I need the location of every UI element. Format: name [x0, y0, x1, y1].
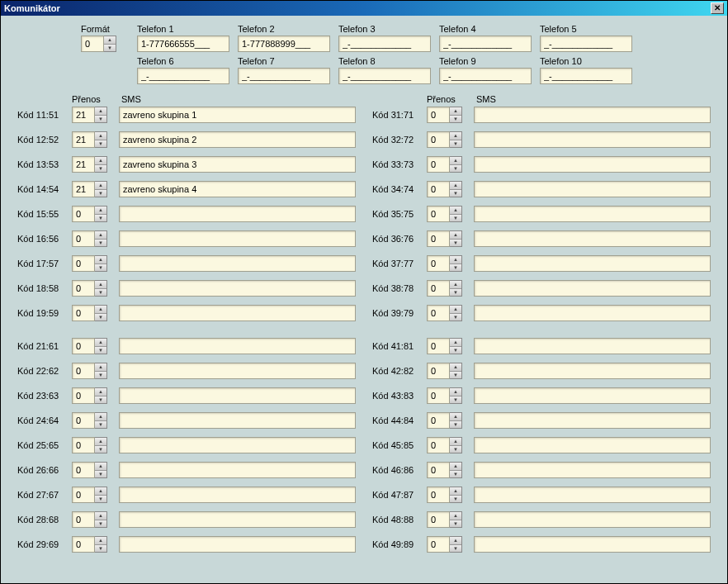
prenos-input[interactable] [72, 280, 95, 297]
spin-down-icon[interactable]: ▼ [95, 289, 106, 297]
spin-down-icon[interactable]: ▼ [95, 396, 106, 404]
spin-up-icon[interactable]: ▲ [450, 182, 461, 190]
spin-up-icon[interactable]: ▲ [450, 107, 461, 116]
sms-input[interactable] [474, 487, 711, 503]
prenos-input[interactable] [427, 206, 450, 222]
spin-up-icon[interactable]: ▲ [95, 207, 106, 215]
prenos-input[interactable] [72, 437, 95, 453]
spin-down-icon[interactable]: ▼ [95, 240, 106, 247]
telefon-input-6[interactable] [137, 68, 229, 84]
spin-up-icon[interactable]: ▲ [95, 107, 106, 116]
format-spinner[interactable]: ▲ ▼ [81, 36, 129, 52]
prenos-input[interactable] [72, 206, 95, 222]
sms-input[interactable] [119, 437, 356, 453]
prenos-spinner[interactable]: ▲▼ [72, 437, 109, 453]
sms-input[interactable] [119, 363, 356, 379]
sms-input[interactable] [119, 107, 356, 123]
spin-down-icon[interactable]: ▼ [95, 545, 106, 553]
prenos-input[interactable] [427, 437, 450, 453]
telefon-input-1[interactable] [137, 36, 229, 52]
spin-up-icon[interactable]: ▲ [95, 363, 106, 372]
spin-down-icon[interactable]: ▼ [450, 215, 461, 222]
format-input[interactable] [81, 36, 104, 52]
prenos-input[interactable] [427, 462, 450, 478]
prenos-input[interactable] [72, 255, 95, 272]
prenos-input[interactable] [72, 181, 95, 197]
spin-up-icon[interactable]: ▲ [450, 256, 461, 264]
prenos-input[interactable] [72, 387, 95, 404]
prenos-spinner[interactable]: ▲▼ [427, 230, 464, 247]
sms-input[interactable] [474, 181, 711, 197]
prenos-spinner[interactable]: ▲▼ [427, 487, 464, 503]
spin-up-icon[interactable]: ▲ [95, 157, 106, 165]
spin-down-icon[interactable]: ▼ [95, 520, 106, 528]
spin-up-icon[interactable]: ▲ [450, 363, 461, 372]
spin-down-icon[interactable]: ▼ [450, 116, 461, 123]
sms-input[interactable] [119, 131, 356, 148]
telefon-input-3[interactable] [338, 36, 431, 52]
sms-input[interactable] [119, 305, 356, 321]
sms-input[interactable] [474, 230, 711, 247]
prenos-input[interactable] [427, 305, 450, 321]
spin-down-icon[interactable]: ▼ [450, 446, 461, 453]
spin-down-icon[interactable]: ▼ [450, 165, 461, 173]
sms-input[interactable] [474, 206, 711, 222]
spin-down-icon[interactable]: ▼ [450, 314, 461, 321]
spin-up-icon[interactable]: ▲ [95, 388, 106, 396]
spin-down-icon[interactable]: ▼ [95, 372, 106, 379]
telefon-input-7[interactable] [238, 68, 330, 84]
prenos-spinner[interactable]: ▲▼ [427, 437, 464, 453]
prenos-spinner[interactable]: ▲▼ [427, 511, 464, 528]
sms-input[interactable] [119, 387, 356, 404]
spin-up-icon[interactable]: ▲ [95, 512, 106, 520]
prenos-spinner[interactable]: ▲▼ [427, 363, 464, 379]
prenos-spinner[interactable]: ▲▼ [427, 206, 464, 222]
spin-up-icon[interactable]: ▲ [95, 438, 106, 446]
prenos-input[interactable] [72, 156, 95, 173]
spin-up-icon[interactable]: ▲ [95, 463, 106, 471]
sms-input[interactable] [119, 412, 356, 429]
prenos-input[interactable] [427, 230, 450, 247]
spin-down-icon[interactable]: ▼ [450, 190, 461, 197]
spin-up-icon[interactable]: ▲ [95, 132, 106, 140]
telefon-input-2[interactable] [238, 36, 330, 52]
prenos-spinner[interactable]: ▲▼ [72, 181, 109, 197]
spin-down-icon[interactable]: ▼ [95, 264, 106, 272]
prenos-input[interactable] [72, 338, 95, 354]
spin-up-icon[interactable]: ▲ [450, 157, 461, 165]
telefon-input-8[interactable] [338, 68, 431, 84]
spin-up-icon[interactable]: ▲ [450, 512, 461, 520]
prenos-spinner[interactable]: ▲▼ [427, 338, 464, 354]
spin-up-icon[interactable]: ▲ [450, 463, 461, 471]
spin-up-icon[interactable]: ▲ [450, 281, 461, 289]
prenos-spinner[interactable]: ▲▼ [72, 230, 109, 247]
prenos-input[interactable] [427, 181, 450, 197]
telefon-input-9[interactable] [439, 68, 532, 84]
spin-up-icon[interactable]: ▲ [95, 182, 106, 190]
prenos-input[interactable] [427, 107, 450, 123]
spin-up-icon[interactable]: ▲ [450, 231, 461, 240]
prenos-input[interactable] [427, 511, 450, 528]
sms-input[interactable] [474, 462, 711, 478]
spin-up-icon[interactable]: ▲ [95, 487, 106, 496]
sms-input[interactable] [474, 305, 711, 321]
prenos-spinner[interactable]: ▲▼ [72, 387, 109, 404]
spin-up-icon[interactable]: ▲ [95, 281, 106, 289]
spin-up-icon[interactable]: ▲ [104, 36, 116, 45]
spin-down-icon[interactable]: ▼ [450, 545, 461, 553]
sms-input[interactable] [474, 156, 711, 173]
prenos-spinner[interactable]: ▲▼ [427, 156, 464, 173]
prenos-spinner[interactable]: ▲▼ [427, 305, 464, 321]
prenos-input[interactable] [72, 536, 95, 553]
sms-input[interactable] [474, 131, 711, 148]
spin-up-icon[interactable]: ▲ [450, 207, 461, 215]
sms-input[interactable] [474, 363, 711, 379]
prenos-spinner[interactable]: ▲▼ [72, 107, 109, 123]
spin-up-icon[interactable]: ▲ [450, 339, 461, 347]
prenos-spinner[interactable]: ▲▼ [427, 462, 464, 478]
sms-input[interactable] [474, 511, 711, 528]
spin-down-icon[interactable]: ▼ [450, 520, 461, 528]
spin-down-icon[interactable]: ▼ [450, 421, 461, 429]
prenos-input[interactable] [72, 363, 95, 379]
sms-input[interactable] [119, 536, 356, 553]
